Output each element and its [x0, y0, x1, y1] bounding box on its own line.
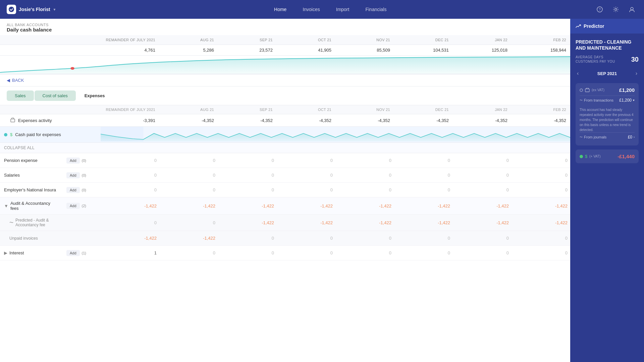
card2-amount: -£1,440	[618, 154, 635, 159]
predictor-title: Predictor	[584, 23, 604, 29]
collapse-all[interactable]: COLLAPSE ALL	[0, 143, 570, 153]
predictor-description: This account has had steady repeated act…	[580, 107, 635, 132]
nav-invoices[interactable]: Invoices	[294, 4, 328, 15]
unpaid-label: Unpaid invoices	[0, 233, 64, 244]
exp-col-5: NOV 21	[335, 105, 394, 114]
svg-rect-6	[11, 119, 15, 122]
interest-add-btn[interactable]: Add	[66, 250, 80, 256]
user-menu-button[interactable]	[627, 4, 637, 15]
table-row-salaries: Salaries Add (0) 0 0 0 0 0 0 0 0	[0, 168, 570, 183]
predictor-trend-icon	[576, 23, 581, 29]
cash-balance-values: 4,761 5,286 23,572 41,905 85,509 104,531…	[0, 45, 570, 56]
logo-icon	[7, 5, 16, 14]
pension-v7: 0	[512, 155, 570, 166]
salaries-add-btn[interactable]: Add	[66, 172, 80, 178]
svg-rect-8	[585, 89, 589, 92]
ni-add-btn[interactable]: Add	[66, 187, 80, 193]
section-tabs: Sales Cost of sales Expenses	[0, 86, 570, 105]
predicted-section-title: PREDICTED - CLEANING AND MAINTENANCE	[576, 39, 639, 51]
card1-indicator	[580, 88, 583, 92]
trend-icon: 〜	[9, 220, 13, 226]
cart-icon	[10, 118, 15, 123]
tab-sales[interactable]: Sales	[7, 90, 34, 101]
interest-count: (1)	[82, 251, 86, 255]
from-journals-label: 〜 From journals	[580, 135, 606, 139]
activity-label: Expenses activity	[18, 118, 52, 123]
table-row-pension: Pension expense Add (0) 0 0 0 0 0 0 0 0	[0, 153, 570, 168]
predictor-card-2: $ (+ VAT) -£1,440	[576, 149, 639, 163]
card1-cart-icon	[585, 88, 590, 93]
salaries-actions: Add (0)	[64, 172, 101, 178]
expenses-columns: REMAINDER OF JULY 2021 AUG 21 SEP 21 OCT…	[0, 105, 570, 114]
prev-month-button[interactable]: ‹	[576, 69, 580, 78]
table-row-national-insurance: Employer's National Insura Add (0) 0 0 0…	[0, 183, 570, 197]
card1-amount: £1,200	[619, 87, 635, 93]
svg-point-4	[631, 7, 633, 10]
col-header-1: REMAINDER OF JULY 2021	[101, 35, 159, 45]
svg-text:?: ?	[599, 8, 601, 11]
col-header-6: DEC 21	[394, 35, 453, 45]
cash-paid-row: $ Cash paid for expenses	[0, 127, 570, 143]
act-val-2: -4,352	[159, 115, 218, 126]
cash-balance-title: Daily cash balance	[7, 27, 52, 33]
card1-header: (ex VAT) £1,200	[580, 87, 635, 93]
table-row-interest: ▶ Interest Add (1) 1 0 0 0 0 0 0 0	[0, 246, 570, 260]
from-journals-amount[interactable]: £0 ›	[628, 135, 635, 139]
dropdown-chevron[interactable]: ▼	[53, 8, 56, 11]
pension-v6: 0	[453, 155, 512, 166]
company-name: Josie's Florist	[19, 7, 50, 12]
table-row-unpaid: Unpaid invoices -1,422 -1,422 0 0 0 0 0 …	[0, 231, 570, 246]
back-button[interactable]: ◀ BACK	[0, 74, 570, 86]
audit-add-btn[interactable]: Add	[66, 203, 80, 209]
current-month: SEP 2021	[597, 71, 617, 76]
pension-add-btn[interactable]: Add	[66, 158, 80, 164]
trend-mini-icon: 〜	[580, 98, 583, 103]
exp-col-1: REMAINDER OF JULY 2021	[101, 105, 159, 114]
nav-home[interactable]: Home	[266, 4, 294, 15]
tab-expenses[interactable]: Expenses	[76, 90, 113, 101]
activity-label-cell: Expenses activity	[0, 114, 101, 126]
app-logo[interactable]: Josie's Florist ▼	[7, 5, 56, 14]
pension-v1: 0	[159, 155, 218, 166]
predictor-panel: Predictor PREDICTED - CLEANING AND MAINT…	[570, 19, 644, 362]
exp-col-4: OCT 21	[277, 105, 335, 114]
col-header-4: OCT 21	[277, 35, 335, 45]
cash-balance-header: ALL BANK ACCOUNTS Daily cash balance	[0, 19, 570, 35]
interest-label: ▶ Interest	[0, 247, 64, 259]
cash-paid-label-cell: $ Cash paid for expenses	[0, 129, 101, 140]
nav-financials[interactable]: Financials	[357, 4, 394, 15]
avg-days-row: AVERAGE DAYS CUSTOMERS PAY YOU 30	[576, 55, 639, 64]
table-row-predicted-audit: 〜 Predicted - Audit & Accountancy fee 0 …	[0, 215, 570, 231]
cash-balance-section: ALL BANK ACCOUNTS Daily cash balance REM…	[0, 19, 570, 74]
predictor-card-1: (ex VAT) £1,200 〜 From transactions £1,2…	[576, 83, 639, 145]
card1-transactions-row: 〜 From transactions £1,200 ▾	[580, 96, 635, 105]
national-insurance-label: Employer's National Insura	[0, 184, 64, 196]
val-6: 104,531	[394, 45, 453, 55]
val-7: 125,018	[453, 45, 512, 55]
expenses-activity-row: Expenses activity -3,391 -4,352 -4,352 -…	[0, 114, 570, 127]
act-val-4: -4,352	[277, 115, 335, 126]
from-transactions-amount[interactable]: £1,200 ▾	[619, 98, 635, 103]
nav-import[interactable]: Import	[328, 4, 358, 15]
cash-paid-label: Cash paid for expenses	[15, 132, 61, 137]
tab-cost-of-sales[interactable]: Cost of sales	[35, 90, 76, 101]
card1-vat: (ex VAT)	[592, 88, 604, 92]
back-chevron-icon: ◀	[7, 78, 10, 83]
val-1: 4,761	[101, 45, 159, 55]
cash-paid-indicator	[4, 133, 7, 136]
pension-v0: 0	[101, 155, 159, 166]
interest-expand-icon[interactable]: ▶	[4, 250, 7, 255]
avg-days-label: AVERAGE DAYS CUSTOMERS PAY YOU	[576, 55, 616, 64]
bank-accounts-label: ALL BANK ACCOUNTS	[7, 23, 52, 27]
cash-balance-chart	[0, 56, 570, 74]
audit-expand-icon[interactable]: ▼	[4, 203, 8, 208]
col-label-0	[0, 35, 101, 45]
chevron-right-icon: ›	[634, 135, 635, 139]
trend-mini-icon-2: 〜	[580, 135, 583, 139]
nav-links: Home Invoices Import Financials	[66, 4, 595, 15]
next-month-button[interactable]: ›	[634, 69, 639, 78]
settings-button[interactable]	[610, 4, 621, 15]
help-button[interactable]: ?	[594, 4, 605, 15]
col-header-5: NOV 21	[335, 35, 394, 45]
main-content: ALL BANK ACCOUNTS Daily cash balance REM…	[0, 19, 570, 362]
